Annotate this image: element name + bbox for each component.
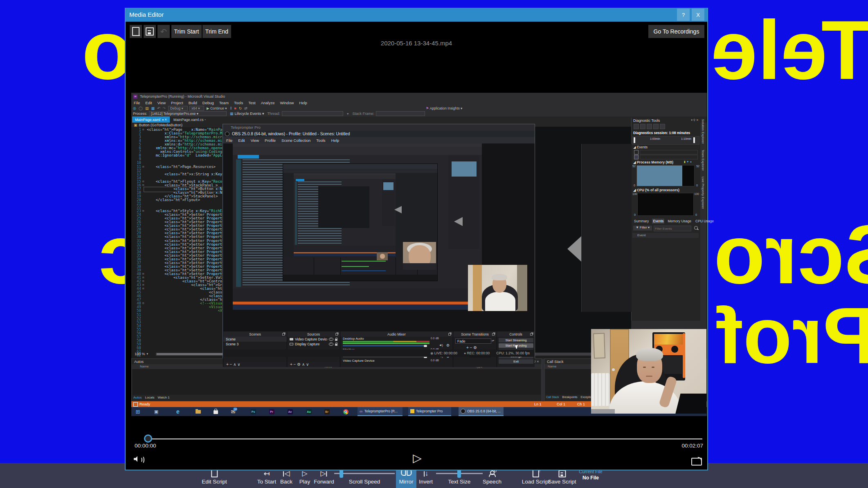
help-button[interactable]: ?	[677, 9, 690, 21]
tab-watch-1[interactable]: Watch 1	[158, 396, 170, 401]
debug-config-dropdown[interactable]: Debug ▾	[168, 106, 188, 111]
diagnostics-toolbar-icon[interactable]	[640, 124, 645, 129]
obs-menu-help[interactable]: Help	[331, 138, 340, 143]
seek-bar[interactable]	[148, 439, 702, 439]
taskbar-premiere-icon[interactable]: Pr	[267, 407, 276, 416]
circle-icon[interactable]: ◯	[139, 106, 143, 110]
filter-button[interactable]: ▼ Filter ▾	[633, 226, 652, 231]
vs-menu-analyze[interactable]: Analyze	[261, 101, 275, 105]
scene-item[interactable]: Scene	[223, 337, 287, 342]
target-icon[interactable]: ◎	[133, 106, 136, 110]
trim-end-button[interactable]: Trim End	[202, 25, 231, 38]
side-tab-solution-explorer[interactable]: Solution Explorer	[701, 119, 705, 144]
search-icon[interactable]	[694, 226, 698, 230]
undo-button[interactable]: ↶	[157, 25, 170, 38]
panel-body[interactable]	[133, 369, 541, 395]
fold-marker[interactable]: ⊟	[142, 283, 144, 287]
volume-slider-handle[interactable]	[424, 345, 427, 347]
redo-icon[interactable]: ↷	[163, 106, 166, 110]
obs-menu-view[interactable]: View	[251, 138, 259, 143]
vs-menu-project[interactable]: Project	[171, 101, 183, 105]
application-insights-button[interactable]: ⚑ Application Insights ▾	[426, 106, 462, 110]
bar-item-load-script[interactable]: ↑Load Script	[522, 469, 550, 485]
dock-popout-icon[interactable]	[530, 333, 533, 336]
lifecycle-events-button[interactable]: Lifecycle Events ▾	[235, 112, 264, 116]
volume-slider[interactable]	[343, 345, 427, 346]
obs-titlebar[interactable]: OBS 25.0.8 (64-bit, windows) - Profile: …	[223, 131, 535, 137]
transition-dropdown[interactable]: Fade	[455, 338, 491, 344]
tab-autos[interactable]: Autos	[133, 396, 142, 401]
side-tab-team-explorer[interactable]: Team Explorer	[701, 150, 705, 171]
bar-item-scroll-speed[interactable]: Scroll Speed	[349, 469, 380, 485]
vs-menu-build[interactable]: Build	[189, 101, 197, 105]
vs-menu-view[interactable]: View	[157, 101, 166, 105]
tab-breakpoints[interactable]: Breakpoints	[562, 396, 578, 401]
fold-marker[interactable]: ⊟	[142, 209, 144, 213]
step-icon[interactable]: ⇄	[244, 106, 247, 110]
scenes-toolbar[interactable]: + − ∧ ∨	[223, 362, 287, 367]
obs-menu-file[interactable]: File	[226, 138, 232, 143]
taskbar-edge-icon[interactable]: e	[173, 407, 182, 416]
panel-controls[interactable]: ▾ ⚲ ✕	[691, 119, 699, 122]
bar-item-save-script[interactable]: Save Script	[548, 469, 576, 485]
fold-marker[interactable]: ⊟	[142, 302, 144, 305]
bar-item-back[interactable]: ◁Back	[280, 469, 292, 485]
taskbar-task-view-icon[interactable]: ▣	[152, 407, 161, 416]
bar-item-speech[interactable]: ↻Speech	[483, 469, 501, 485]
diagnostics-toolbar-icon[interactable]	[634, 124, 639, 129]
diag-tab-events[interactable]: Events	[652, 219, 664, 224]
bar-item-text-size[interactable]: Text Size	[448, 469, 471, 485]
fold-marker[interactable]: ⊟	[142, 287, 144, 291]
source-item[interactable]: Video Capture Device	[287, 337, 340, 342]
taskbar-audition-icon[interactable]: Au	[304, 407, 313, 416]
play-icon[interactable]: ▷	[409, 451, 425, 465]
bar-item-edit-script[interactable]: Edit Script	[202, 469, 227, 485]
scene-item[interactable]: Scene 3	[223, 342, 287, 347]
fold-marker[interactable]: ⊟	[142, 165, 144, 169]
diagnostics-timeline-ruler[interactable]: 1:00min1:10min	[632, 136, 699, 145]
stop-icon[interactable]: ■	[234, 106, 236, 110]
fold-marker[interactable]: ⊟	[142, 276, 144, 280]
vs-menu-help[interactable]: Help	[299, 101, 307, 105]
lock-icon[interactable]	[335, 344, 337, 346]
dock-popout-icon[interactable]	[492, 333, 495, 336]
obs-button-exit[interactable]: Exit	[499, 359, 533, 364]
tab-locals[interactable]: Locals	[145, 396, 154, 401]
cast-icon[interactable]	[691, 458, 702, 466]
dock-popout-icon[interactable]	[282, 333, 285, 336]
trim-start-button[interactable]: Trim Start	[171, 25, 202, 38]
restart-icon[interactable]: ↻	[239, 106, 242, 110]
transition-spinner[interactable]: ▴▾	[492, 339, 494, 342]
taskbar-bridge-icon[interactable]: Br	[322, 407, 331, 416]
seek-handle[interactable]	[144, 434, 152, 443]
obs-menu-tools[interactable]: Tools	[316, 138, 325, 143]
save-icon[interactable]: ▦	[151, 106, 155, 110]
go-to-recordings-button[interactable]: Go To Recordings	[648, 25, 704, 38]
filter-events-input[interactable]	[654, 226, 691, 231]
obs-menu-scene-collection[interactable]: Scene Collection	[281, 138, 310, 143]
obs-button-start-streaming[interactable]: Start Streaming	[499, 338, 533, 342]
panel-expander-arrow-large[interactable]	[567, 236, 581, 262]
vs-zoom-level[interactable]: 100 %	[135, 352, 145, 356]
vs-menu-window[interactable]: Window	[280, 101, 294, 105]
vs-menu-debug[interactable]: Debug	[202, 101, 214, 105]
pause-icon[interactable]: ‖	[230, 106, 232, 110]
fold-marker[interactable]: ⊟	[142, 128, 144, 132]
continue-button[interactable]: ▶ Continue ▾	[207, 106, 227, 110]
volume-icon[interactable]	[134, 455, 144, 463]
obs-menu-edit[interactable]: Edit	[238, 138, 245, 143]
new-file-button[interactable]	[130, 25, 142, 38]
taskbar-file-explorer-icon[interactable]	[193, 407, 202, 416]
vs-menu-file[interactable]: File	[134, 101, 140, 105]
folder-icon[interactable]: ▤	[145, 106, 149, 110]
fold-marker[interactable]: ⊟	[142, 272, 144, 276]
undo-icon[interactable]: ↶	[157, 106, 160, 110]
source-item[interactable]: Display Capture	[287, 342, 340, 347]
taskbar-mail-icon[interactable]: ✉12	[229, 407, 238, 416]
vs-tab-mainpage.xaml[interactable]: MainPage.xaml ● ✕	[132, 116, 170, 123]
taskbar-after-effects-icon[interactable]: Ae	[286, 407, 295, 416]
diagnostics-toolbar-icon[interactable]	[660, 124, 665, 129]
diag-tab-cpu-usage[interactable]: CPU Usage	[695, 219, 715, 224]
visibility-icon[interactable]	[329, 338, 333, 341]
taskbar-start-icon[interactable]: ⊞	[133, 407, 142, 416]
